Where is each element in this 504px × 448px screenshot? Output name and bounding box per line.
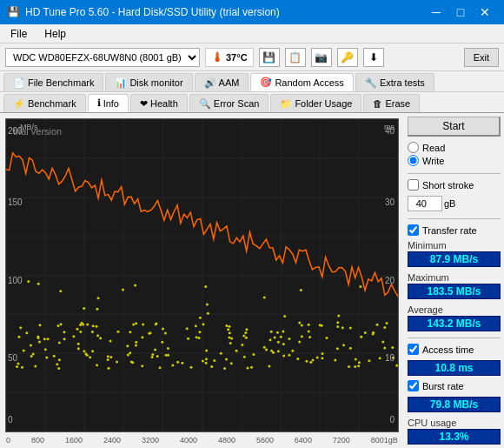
cpu-usage-stat: CPU usage 13.3% [408, 418, 501, 445]
x-label-7200: 7200 [333, 436, 350, 445]
divider-3 [408, 338, 501, 338]
burst-rate-label: Burst rate [422, 381, 464, 391]
x-label-3200: 3200 [142, 436, 159, 445]
extra-tests-icon: 🔧 [365, 77, 377, 89]
short-stroke-option[interactable]: Short stroke [408, 179, 501, 191]
tab-random-access[interactable]: 🎯 Random Access [250, 73, 353, 91]
aam-icon: 🔊 [204, 77, 216, 89]
tab-health-label: Health [150, 98, 178, 109]
x-label-8001: 8001gB [371, 436, 398, 445]
access-time-stat: 10.8 ms [408, 359, 501, 376]
y-min-right: 0 [389, 415, 395, 425]
x-label-2400: 2400 [103, 436, 121, 445]
tab-random-access-label: Random Access [275, 77, 343, 88]
y-label-150: 150 [8, 197, 23, 207]
tab-extra-tests-label: Extra tests [380, 77, 425, 88]
menu-file[interactable]: File [7, 27, 30, 41]
read-write-group: Read Write [408, 140, 501, 168]
y-min-left: 0 [8, 415, 13, 425]
read-radio[interactable] [408, 142, 419, 153]
average-value: 143.2 MB/s [408, 316, 501, 331]
menu-help[interactable]: Help [41, 27, 70, 41]
divider-2 [408, 218, 501, 219]
cpu-usage-value: 13.3% [408, 429, 501, 445]
x-label-0: 0 [6, 436, 10, 445]
benchmark-icon: ⚡ [13, 98, 25, 110]
transfer-rate-checkbox[interactable] [408, 224, 419, 236]
tab-file-benchmark[interactable]: 📄 File Benchmark [3, 73, 103, 91]
tab-health[interactable]: ❤ Health [130, 94, 188, 112]
access-time-checkbox[interactable] [408, 344, 419, 355]
write-label: Write [422, 156, 444, 166]
tab-disk-monitor-label: Disk monitor [129, 77, 182, 88]
burst-rate-value: 79.8 MB/s [408, 397, 501, 412]
tab-aam-label: AAM [219, 77, 240, 88]
tab-disk-monitor[interactable]: 📊 Disk monitor [105, 73, 192, 91]
x-label-6400: 6400 [295, 436, 312, 445]
access-time-option[interactable]: Access time [408, 344, 501, 355]
performance-chart: trial version 200 150 100 50 0 MB/s 40 3… [5, 118, 399, 432]
minimize-button[interactable]: ─ [424, 3, 448, 21]
toolbar-btn-3[interactable]: 📷 [311, 48, 332, 67]
drive-selector[interactable]: WDC WD80EFZX-68UW8N0 (8001 gB) [5, 48, 200, 67]
short-stroke-checkbox[interactable] [408, 179, 419, 191]
trial-label: trial version [13, 126, 62, 137]
maximize-button[interactable]: □ [448, 3, 473, 21]
short-stroke-spinbox[interactable] [408, 196, 442, 211]
transfer-rate-option[interactable]: Transfer rate [408, 224, 501, 236]
right-panel: Start Read Write Short stroke gB Transfe… [404, 113, 504, 448]
tabs-row1: 📄 File Benchmark 📊 Disk monitor 🔊 AAM 🎯 … [0, 71, 504, 92]
toolbar-btn-1[interactable]: 💾 [259, 48, 280, 67]
file-benchmark-icon: 📄 [13, 77, 25, 89]
maximum-value: 183.5 MB/s [408, 284, 501, 299]
y-label-50: 50 [8, 353, 17, 363]
y-right-unit: ms [384, 123, 395, 131]
minimum-stat: Minimum 87.9 MB/s [408, 240, 501, 267]
x-label-1600: 1600 [65, 436, 83, 445]
x-label-4000: 4000 [180, 436, 197, 445]
average-label: Average [408, 304, 501, 315]
random-access-icon: 🎯 [260, 77, 272, 88]
write-radio[interactable] [408, 155, 419, 166]
close-button[interactable]: ✕ [473, 3, 497, 21]
tab-extra-tests[interactable]: 🔧 Extra tests [355, 73, 434, 91]
tab-info-label: Info [103, 98, 119, 109]
toolbar-btn-4[interactable]: 🔑 [337, 48, 358, 67]
tab-folder-usage[interactable]: 📁 Folder Usage [270, 94, 361, 112]
y-label-100: 100 [8, 276, 23, 285]
toolbar-btn-5[interactable]: ⬇ [363, 48, 384, 67]
access-time-label: Access time [422, 344, 474, 355]
minimum-value: 87.9 MB/s [408, 251, 501, 267]
toolbar-btn-2[interactable]: 📋 [285, 48, 306, 67]
disk-monitor-icon: 📊 [115, 77, 127, 89]
temperature-value: 37°C [226, 52, 248, 63]
start-button[interactable]: Start [408, 117, 501, 137]
maximum-stat: Maximum 183.5 MB/s [408, 272, 501, 299]
burst-rate-option[interactable]: Burst rate [408, 380, 501, 391]
tab-erase-label: Erase [385, 98, 410, 109]
exit-button[interactable]: Exit [464, 48, 499, 67]
tab-aam[interactable]: 🔊 AAM [195, 73, 249, 91]
tab-info[interactable]: ℹ Info [88, 94, 129, 112]
erase-icon: 🗑 [373, 98, 382, 109]
tab-erase[interactable]: 🗑 Erase [363, 94, 420, 112]
main-area: trial version 200 150 100 50 0 MB/s 40 3… [0, 113, 504, 448]
burst-rate-checkbox[interactable] [408, 380, 419, 391]
short-stroke-label: Short stroke [422, 180, 474, 191]
tab-benchmark[interactable]: ⚡ Benchmark [3, 94, 86, 112]
tabs-row2: ⚡ Benchmark ℹ Info ❤ Health 🔍 Error Scan… [0, 92, 504, 113]
tab-error-scan[interactable]: 🔍 Error Scan [189, 94, 269, 112]
window-title: HD Tune Pro 5.60 - Hard Disk/SSD Utility… [25, 6, 280, 18]
read-option[interactable]: Read [408, 142, 501, 153]
y-label-20: 20 [385, 276, 395, 285]
menu-bar: File Help [0, 24, 504, 43]
chart-canvas [6, 119, 398, 431]
write-option[interactable]: Write [408, 155, 501, 166]
transfer-rate-label: Transfer rate [422, 225, 477, 236]
toolbar: WDC WD80EFZX-68UW8N0 (8001 gB) 🌡 37°C 💾 … [0, 43, 504, 71]
average-stat: Average 143.2 MB/s [408, 304, 501, 331]
y-label-10: 10 [385, 353, 395, 363]
thermometer-icon: 🌡 [211, 50, 223, 64]
x-label-800: 800 [31, 436, 44, 445]
maximum-label: Maximum [408, 272, 501, 283]
